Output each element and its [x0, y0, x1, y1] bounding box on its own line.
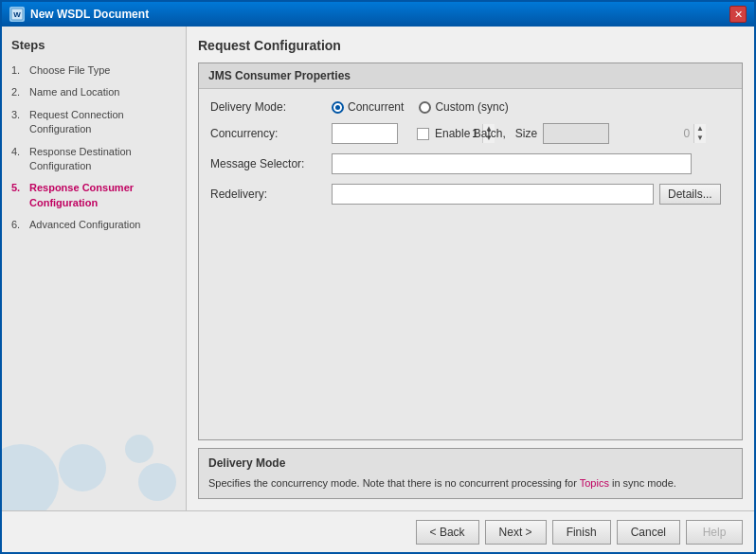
back-button[interactable]: < Back [416, 520, 479, 545]
step-2: 2. Name and Location [11, 85, 176, 99]
next-button[interactable]: Next > [485, 520, 547, 545]
step-4: 4. Response Destination Configuration [11, 145, 176, 174]
step-4-label: Response Destination Configuration [29, 145, 176, 174]
info-box: Delivery Mode Specifies the concurrency … [198, 448, 743, 500]
step-5-label: Response Consumer Configuration [29, 181, 176, 210]
enable-batch-group: Enable Batch, Size ▲ ▼ [417, 123, 609, 144]
redelivery-row: Redelivery: Details... [210, 184, 730, 205]
step-6-num: 6. [11, 218, 25, 232]
message-selector-row: Message Selector: [210, 153, 730, 174]
concurrency-label: Concurrency: [210, 127, 324, 140]
details-button[interactable]: Details... [659, 184, 721, 205]
footer: < Back Next > Finish Cancel Help [2, 510, 754, 552]
radio-custom-label: Custom (sync) [435, 100, 508, 114]
size-arrows: ▲ ▼ [693, 124, 706, 143]
sidebar: Steps 1. Choose File Type 2. Name and Lo… [2, 27, 187, 510]
finish-button[interactable]: Finish [552, 520, 611, 545]
properties-box: JMS Consumer Properties Delivery Mode: C… [198, 63, 743, 440]
step-6: 6. Advanced Configuration [11, 218, 176, 232]
radio-concurrent[interactable]: Concurrent [332, 100, 404, 114]
info-box-text: Specifies the concurrency mode. Note tha… [208, 475, 732, 491]
step-1-label: Choose File Type [29, 63, 110, 78]
size-spinbox[interactable]: ▲ ▼ [543, 123, 609, 144]
step-3-num: 3. [11, 108, 25, 122]
sidebar-heading: Steps [11, 38, 176, 52]
close-button[interactable]: ✕ [729, 6, 747, 23]
redelivery-controls: Details... [332, 184, 721, 205]
message-selector-input[interactable] [332, 153, 692, 174]
info-text-before: Specifies the concurrency mode. Note tha… [208, 477, 577, 489]
step-4-num: 4. [11, 145, 25, 159]
steps-list: 1. Choose File Type 2. Name and Location… [11, 63, 176, 233]
step-3-label: Request Connection Configuration [29, 108, 176, 137]
step-2-label: Name and Location [29, 85, 119, 99]
sidebar-decoration [2, 416, 186, 510]
size-label: Size [515, 127, 537, 140]
titlebar-left: W New WSDL Document [9, 7, 149, 22]
info-text-after: in sync mode. [612, 477, 676, 489]
step-1-num: 1. [11, 63, 25, 78]
main-window: W New WSDL Document ✕ Steps 1. Choose Fi… [0, 0, 756, 554]
radio-concurrent-dot [335, 105, 340, 110]
window-icon: W [9, 7, 25, 22]
concurrency-row: Concurrency: ▲ ▼ Enable Batch, Size [210, 123, 730, 144]
content-area: Steps 1. Choose File Type 2. Name and Lo… [2, 27, 754, 510]
step-5: 5. Response Consumer Configuration [11, 181, 176, 210]
redelivery-label: Redelivery: [210, 188, 324, 201]
radio-custom-circle[interactable] [419, 101, 431, 114]
radio-concurrent-circle[interactable] [332, 101, 344, 114]
main-content: Request Configuration JMS Consumer Prope… [187, 27, 754, 510]
delivery-mode-row: Delivery Mode: Concurrent Custom (sync) [210, 100, 730, 114]
concurrency-spinbox[interactable]: ▲ ▼ [332, 123, 398, 144]
enable-batch-checkbox[interactable] [417, 128, 429, 140]
step-2-num: 2. [11, 85, 25, 99]
step-3: 3. Request Connection Configuration [11, 108, 176, 137]
properties-content: Delivery Mode: Concurrent Custom (sync) [199, 89, 742, 439]
properties-header: JMS Consumer Properties [199, 63, 742, 89]
info-text-highlight: Topics [580, 477, 609, 489]
radio-custom[interactable]: Custom (sync) [419, 100, 508, 114]
radio-concurrent-label: Concurrent [348, 100, 404, 114]
help-button[interactable]: Help [686, 520, 743, 545]
info-box-title: Delivery Mode [208, 456, 732, 470]
size-input[interactable] [544, 125, 693, 142]
svg-text:W: W [13, 10, 21, 19]
delivery-mode-label: Delivery Mode: [210, 100, 324, 114]
step-5-num: 5. [11, 181, 25, 195]
step-6-label: Advanced Configuration [29, 218, 140, 232]
delivery-mode-radio-group: Concurrent Custom (sync) [332, 100, 509, 114]
enable-batch-label: Enable Batch, [435, 127, 506, 140]
redelivery-input[interactable] [332, 184, 654, 205]
titlebar: W New WSDL Document ✕ [2, 2, 754, 27]
step-1: 1. Choose File Type [11, 63, 176, 78]
size-down-arrow[interactable]: ▼ [694, 134, 706, 143]
main-title: Request Configuration [198, 38, 743, 53]
message-selector-label: Message Selector: [210, 157, 324, 170]
size-up-arrow[interactable]: ▲ [694, 124, 706, 134]
window-title: New WSDL Document [30, 8, 149, 21]
cancel-button[interactable]: Cancel [617, 520, 680, 545]
